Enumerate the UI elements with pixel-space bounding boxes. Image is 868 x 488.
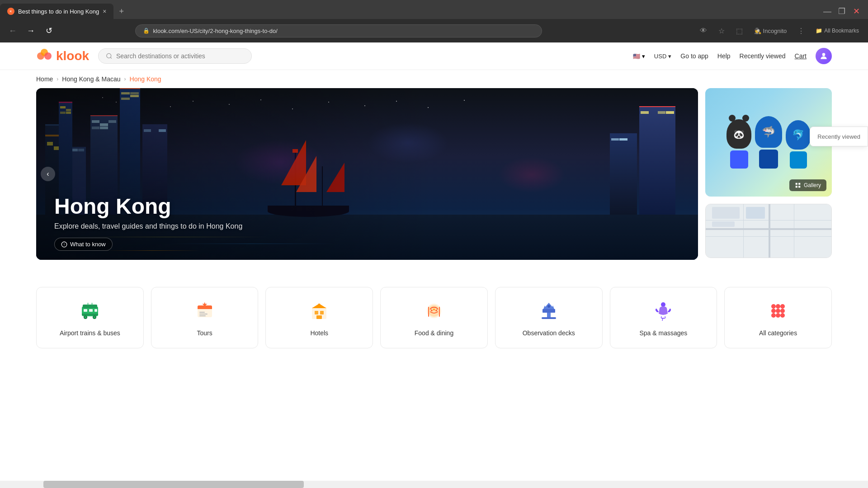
category-card-food[interactable]: Food & dining bbox=[380, 287, 488, 348]
security-icon: 🔒 bbox=[143, 28, 150, 34]
incognito-icon: 🕵 bbox=[754, 28, 761, 34]
recently-viewed-panel[interactable]: Recently viewed bbox=[810, 127, 868, 146]
tab-close-button[interactable]: × bbox=[103, 8, 106, 15]
categories-grid: Airport trains & buses Tou bbox=[36, 287, 832, 348]
tab-title: Best things to do in Hong Kong bbox=[18, 8, 99, 15]
svg-point-60 bbox=[771, 313, 776, 318]
svg-point-61 bbox=[776, 313, 780, 318]
browser-tabs: K Best things to do in Hong Kong × + — ❐… bbox=[0, 0, 868, 19]
category-label-observation: Observation decks bbox=[523, 329, 575, 337]
breadcrumb-home[interactable]: Home bbox=[36, 75, 53, 83]
svg-point-40 bbox=[431, 310, 433, 311]
search-input[interactable] bbox=[116, 52, 244, 60]
svg-point-51 bbox=[547, 305, 550, 308]
svg-rect-23 bbox=[87, 303, 89, 305]
svg-point-53 bbox=[661, 302, 665, 307]
gallery-label: Gallery bbox=[804, 182, 821, 188]
hero-sidebar: 🐼 🦈 🐬 bbox=[705, 88, 832, 260]
category-card-all[interactable]: All categories bbox=[724, 287, 832, 348]
vision-icon-button[interactable]: 👁 bbox=[696, 23, 711, 38]
browser-tab-active[interactable]: K Best things to do in Hong Kong × bbox=[0, 4, 113, 19]
maximize-button[interactable]: ❐ bbox=[835, 5, 848, 18]
svg-rect-15 bbox=[84, 309, 87, 312]
svg-rect-12 bbox=[796, 186, 797, 188]
svg-rect-31 bbox=[199, 315, 206, 316]
svg-point-42 bbox=[435, 310, 437, 311]
gallery-button[interactable]: Gallery bbox=[789, 179, 826, 191]
svg-rect-36 bbox=[316, 315, 322, 319]
page-content: klook 🇺🇸 ▾ USD ▾ Go to app Help Recently… bbox=[0, 42, 868, 366]
category-icon-bus bbox=[77, 298, 103, 324]
incognito-label: Incognito bbox=[763, 28, 787, 34]
svg-rect-24 bbox=[91, 303, 93, 305]
svg-text:K: K bbox=[10, 10, 12, 13]
svg-rect-29 bbox=[199, 312, 205, 313]
menu-button[interactable]: ⋮ bbox=[794, 23, 808, 38]
category-label-all: All categories bbox=[759, 329, 797, 337]
what-to-know-label: What to know bbox=[70, 241, 106, 248]
svg-point-55 bbox=[776, 304, 780, 309]
back-button[interactable]: ← bbox=[5, 23, 20, 38]
currency-selector[interactable]: USD ▾ bbox=[654, 53, 671, 60]
scrollbar[interactable] bbox=[0, 481, 868, 488]
breadcrumb-region[interactable]: Hong Kong & Macau bbox=[62, 75, 120, 83]
category-card-tours[interactable]: Tours bbox=[151, 287, 259, 348]
svg-rect-47 bbox=[542, 309, 555, 313]
svg-rect-34 bbox=[315, 311, 318, 314]
svg-point-58 bbox=[776, 309, 780, 313]
svg-rect-18 bbox=[82, 314, 98, 315]
refresh-button[interactable]: ↺ bbox=[42, 23, 56, 38]
svg-rect-17 bbox=[94, 309, 97, 312]
category-card-hotels[interactable]: Hotels bbox=[265, 287, 373, 348]
browser-toolbar-right: 👁 ☆ ⬚ 🕵 Incognito ⋮ 📁 All Bookmarks bbox=[696, 23, 863, 38]
logo-text: klook bbox=[56, 49, 89, 63]
logo-link[interactable]: klook bbox=[36, 48, 89, 64]
site-navigation: klook 🇺🇸 ▾ USD ▾ Go to app Help Recently… bbox=[0, 42, 868, 70]
svg-point-6 bbox=[822, 53, 826, 56]
sidepanel-button[interactable]: ⬚ bbox=[732, 23, 747, 38]
search-icon bbox=[106, 52, 113, 60]
svg-point-62 bbox=[780, 313, 785, 318]
category-card-observation[interactable]: Observation decks bbox=[495, 287, 603, 348]
category-icon-tours bbox=[192, 298, 217, 324]
user-avatar[interactable] bbox=[816, 48, 832, 64]
svg-text:i: i bbox=[64, 243, 65, 246]
category-card-airport-trains[interactable]: Airport trains & buses bbox=[36, 287, 144, 348]
address-bar[interactable]: 🔒 klook.com/en-US/city/2-hong-kong-thing… bbox=[135, 24, 542, 38]
category-icon-all bbox=[765, 298, 791, 324]
forward-button[interactable]: → bbox=[24, 23, 38, 38]
bookmarks-label: All Bookmarks bbox=[824, 28, 859, 34]
scrollbar-thumb[interactable] bbox=[43, 481, 304, 488]
what-to-know-button[interactable]: i What to know bbox=[54, 238, 113, 251]
svg-point-5 bbox=[107, 53, 111, 58]
hero-subtitle: Explore deals, travel guides and things … bbox=[54, 222, 680, 230]
svg-rect-14 bbox=[83, 305, 97, 308]
close-window-button[interactable]: ✕ bbox=[850, 5, 863, 18]
language-selector[interactable]: 🇺🇸 ▾ bbox=[633, 53, 645, 60]
hero-city-name: Hong Kong bbox=[54, 194, 680, 219]
svg-point-41 bbox=[433, 309, 435, 310]
svg-point-4 bbox=[44, 52, 52, 60]
category-card-spa[interactable]: Spa & massages bbox=[610, 287, 717, 348]
category-icon-food bbox=[421, 298, 447, 324]
currency-arrow: ▾ bbox=[668, 53, 671, 60]
help-link[interactable]: Help bbox=[717, 52, 731, 60]
svg-rect-10 bbox=[798, 183, 800, 185]
minimize-button[interactable]: — bbox=[821, 5, 834, 18]
currency-label: USD bbox=[654, 53, 666, 60]
svg-point-56 bbox=[780, 304, 785, 309]
go-to-app-link[interactable]: Go to app bbox=[680, 52, 708, 60]
cart-link[interactable]: Cart bbox=[795, 52, 807, 60]
incognito-badge[interactable]: 🕵 Incognito bbox=[750, 26, 791, 36]
hero-prev-button[interactable]: ‹ bbox=[41, 167, 55, 181]
category-label-hotels: Hotels bbox=[310, 329, 328, 337]
new-tab-button[interactable]: + bbox=[113, 5, 129, 18]
all-bookmarks-button[interactable]: 📁 All Bookmarks bbox=[812, 26, 863, 36]
breadcrumb-sep-2: › bbox=[124, 76, 126, 82]
recently-viewed-link[interactable]: Recently viewed bbox=[740, 52, 786, 60]
search-bar[interactable] bbox=[98, 48, 252, 64]
category-icon-hotels bbox=[307, 298, 332, 324]
map-thumbnail[interactable]: 📍 bbox=[705, 204, 832, 258]
categories-section: Airport trains & buses Tou bbox=[0, 278, 868, 366]
star-button[interactable]: ☆ bbox=[714, 23, 729, 38]
